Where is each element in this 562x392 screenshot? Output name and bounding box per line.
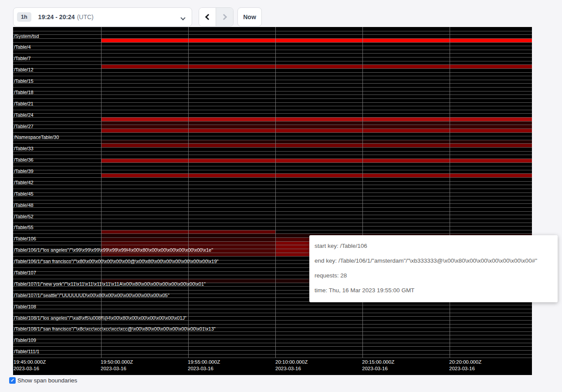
span-boundary-line: [13, 207, 532, 208]
span-boundary-line: [13, 335, 532, 335]
heat-bar: [101, 125, 532, 128]
span-boundary-line: [13, 151, 532, 152]
span-boundary-line: [13, 102, 532, 103]
span-boundary-line: [13, 203, 532, 204]
time-gridline: [188, 27, 189, 358]
span-boundary-line: [13, 346, 532, 347]
row-label: /Table/106/1/"san francisco"/"\x80\x00\x…: [14, 259, 219, 264]
row-label: /Table/33: [14, 146, 34, 152]
span-boundary-line: [13, 42, 532, 43]
heat-bar: [101, 64, 532, 68]
chevron-left-icon: [205, 14, 211, 20]
span-boundary-line: [13, 72, 532, 73]
row-label: /Table/45: [14, 191, 34, 197]
span-boundary-line: [13, 113, 532, 114]
row-label: /Table/42: [14, 180, 34, 186]
row-label: /Table/109: [14, 338, 36, 343]
span-boundary-line: [13, 61, 532, 61]
span-boundary-line: [13, 200, 532, 200]
tooltip-time: time: Thu, 16 Mar 2023 19:55:00 GMT: [315, 283, 552, 298]
previous-range-button[interactable]: [199, 8, 216, 26]
x-axis-tick: 20:20:00.000Z2023-03-16: [449, 359, 481, 372]
span-boundary-line: [13, 50, 532, 50]
span-boundary-line: [13, 166, 532, 166]
time-range-text: 19:24 - 20:24: [38, 14, 75, 20]
row-label: /Table/111/1: [14, 349, 39, 355]
heat-bar: [101, 143, 532, 147]
span-boundary-line: [13, 233, 532, 234]
span-boundary-line: [13, 155, 532, 155]
x-axis-tick: 20:10:00.000Z2023-03-16: [275, 359, 308, 372]
span-boundary-line: [13, 80, 532, 80]
span-boundary-line: [13, 64, 532, 65]
x-axis-tick-date: 2023-03-16: [14, 365, 46, 372]
span-boundary-line: [13, 211, 532, 212]
row-label: /Table/107: [14, 270, 36, 276]
tooltip-end-key: end key: /Table/106/1/"amsterdam"/"\xb33…: [315, 253, 552, 268]
row-label: /Table/108/1/"los angeles"/"\xa8\xf5\u00…: [14, 315, 186, 321]
span-boundary-line: [13, 140, 532, 140]
row-label: /Table/12: [14, 67, 34, 73]
x-axis-tick-time: 20:15:00.000Z: [362, 359, 394, 365]
span-boundary-line: [13, 339, 532, 339]
chevron-down-icon: [180, 15, 185, 20]
x-axis-tick-time: 20:10:00.000Z: [275, 359, 308, 365]
x-axis-tick-date: 2023-03-16: [188, 365, 220, 372]
heat-bar: [101, 140, 532, 144]
next-range-button-disabled[interactable]: [216, 8, 233, 26]
heat-bar: [101, 121, 532, 125]
span-boundary-line: [13, 46, 532, 46]
now-button[interactable]: Now: [237, 7, 262, 27]
row-label: /Table/21: [14, 101, 34, 107]
x-axis-tick-date: 2023-03-16: [101, 365, 133, 372]
x-axis-tick-time: 19:45:00.000Z: [14, 359, 46, 365]
row-label: /Table/108: [14, 304, 36, 310]
row-label: /Table/36: [14, 157, 34, 163]
time-range-pager: [199, 7, 234, 27]
time-range-dropdown[interactable]: 1h 19:24 - 20:24 (UTC): [13, 7, 192, 27]
span-boundary-line: [13, 226, 532, 226]
span-boundary-line: [13, 38, 532, 39]
span-boundary-line: [13, 98, 532, 99]
span-boundary-line: [13, 354, 532, 355]
span-boundary-line: [13, 350, 532, 351]
key-visualizer-canvas[interactable]: /System/tsd/Table/4/Table/7/Table/12/Tab…: [13, 27, 532, 375]
span-boundary-line: [13, 305, 532, 305]
time-range-duration-badge: 1h: [17, 12, 31, 22]
span-boundary-line: [13, 159, 532, 159]
span-boundary-line: [13, 34, 532, 35]
span-boundary-line: [13, 162, 532, 163]
span-tooltip: start key: /Table/106 end key: /Table/10…: [309, 235, 558, 302]
checkmark-icon: ✓: [10, 377, 14, 384]
row-label: /Table/107/1/"seattle"/"UUUUUUD\x00\x80\…: [14, 293, 169, 298]
span-boundary-line: [13, 177, 532, 178]
row-label: /Table/106/1/"los angeles"/"\x99\x99\x99…: [14, 247, 213, 253]
x-axis-tick-date: 2023-03-16: [275, 365, 308, 372]
span-boundary-line: [13, 324, 532, 324]
key-visualizer-page: 1h 19:24 - 20:24 (UTC) Now /System/tsd/T…: [0, 0, 562, 392]
span-boundary-line: [13, 83, 532, 84]
row-label: /Table/106: [14, 236, 36, 242]
chevron-right-icon: [221, 14, 227, 20]
span-boundary-line: [13, 196, 532, 196]
span-boundary-line: [13, 181, 532, 182]
x-axis-tick: 20:15:00.000Z2023-03-16: [362, 359, 394, 372]
heat-bar: [101, 117, 532, 121]
span-boundary-line: [13, 223, 532, 223]
x-axis-tick-time: 20:20:00.000Z: [449, 359, 481, 365]
time-gridline: [362, 27, 363, 358]
heat-bar: [101, 128, 532, 132]
row-label: /NamespaceTable/30: [14, 135, 59, 140]
heat-bar: [101, 173, 532, 177]
heat-bar: [101, 159, 532, 162]
show-span-boundaries-label: Show span boundaries: [17, 377, 77, 384]
show-span-boundaries-checkbox[interactable]: ✓: [9, 377, 16, 384]
span-boundary-line: [13, 57, 532, 57]
span-boundary-line: [13, 358, 532, 358]
x-axis-tick-date: 2023-03-16: [449, 365, 481, 372]
heat-bar: [101, 38, 532, 42]
span-boundary-line: [13, 147, 532, 148]
row-label: /Table/4: [14, 44, 31, 50]
span-boundary-line: [13, 128, 532, 129]
row-label: /Table/15: [14, 78, 34, 84]
